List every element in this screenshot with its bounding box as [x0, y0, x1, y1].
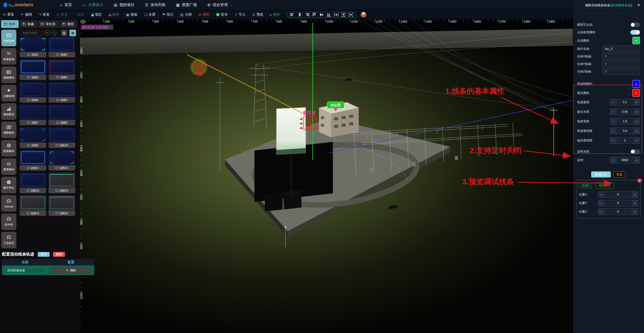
minus-button[interactable]: − [610, 137, 617, 143]
nav-item-my-projects[interactable]: ▤我的项目 [109, 0, 139, 10]
edit-button[interactable]: ✎编辑 [52, 267, 90, 274]
distribute-v-icon[interactable] [341, 13, 346, 17]
nav-item-admin[interactable]: ⚙综合管理⌄ [203, 0, 237, 10]
entity-z-input[interactable] [602, 68, 640, 75]
align-bottom-icon[interactable] [327, 13, 331, 17]
align-middle-icon[interactable] [319, 13, 324, 17]
search-button[interactable] [51, 30, 57, 36]
nav-item-home[interactable]: ⌂首页 [56, 0, 76, 10]
toolbar-split-button[interactable]: ◔拆分 [74, 12, 84, 17]
fit-icon[interactable] [349, 13, 353, 17]
minus-button[interactable]: − [598, 192, 605, 198]
tab-twin-library[interactable]: 孪生库 [38, 20, 59, 28]
align-right-icon[interactable] [305, 13, 309, 17]
category-ornament-deco[interactable]: 点缀装饰 [1, 85, 16, 101]
category-map-module[interactable]: 地图模块 [1, 122, 16, 138]
category-extension-module[interactable]: 拓展模块 [1, 140, 16, 157]
toolbar-lock-button[interactable]: 锁定 [91, 12, 102, 17]
category-component-lib[interactable]: 组件库 [1, 213, 16, 230]
category-canvas[interactable]: canvas [1, 195, 16, 212]
add-button[interactable]: 添加 [38, 252, 50, 257]
plus-button[interactable]: + [633, 157, 640, 163]
track-button[interactable]: 轨迹 [613, 171, 625, 177]
component-card[interactable]: 边框3 [20, 59, 46, 80]
user-avatar[interactable] [361, 12, 366, 17]
plus-button[interactable]: + [633, 99, 640, 105]
plus-button[interactable]: + [633, 109, 640, 115]
align-top-icon[interactable] [312, 13, 316, 17]
category-alarm-module[interactable]: 预警模块 [1, 158, 16, 175]
remove-point-icon[interactable]: ✕ [637, 178, 642, 183]
category-border-deco[interactable]: 边框装饰 [1, 30, 16, 46]
search-input[interactable] [20, 30, 43, 36]
component-card[interactable]: 边框2 [49, 37, 75, 57]
plus-button[interactable]: + [633, 137, 640, 143]
component-card[interactable]: 边框10 [49, 127, 75, 148]
component-card[interactable]: 边框16 [49, 195, 75, 216]
minus-button[interactable]: − [610, 157, 617, 163]
track-name-input[interactable] [5, 267, 46, 273]
category-digital-twin[interactable]: 数字孪生 [1, 177, 16, 193]
eye-icon[interactable] [81, 20, 86, 23]
arrow-color-swatch[interactable]: ∨ [632, 89, 640, 97]
toolbar-import-button[interactable]: ⇧导入 [234, 12, 246, 17]
distribute-h-icon[interactable] [334, 13, 338, 17]
toolbar-doc-button[interactable]: ▤文档 [180, 12, 191, 17]
use-point-button[interactable]: 使用点位 [596, 182, 614, 189]
toolbar-fullscreen-button[interactable]: ❏全屏 [144, 12, 155, 17]
toolbar-template-button[interactable]: ▣模板 [126, 12, 137, 17]
toolbar-guide-button[interactable]: ⚑指引 [162, 12, 174, 17]
plus-button[interactable]: + [633, 118, 640, 124]
viewport-canvas[interactable]: 变压器 办公室 (X:0.00 Y:0.00) 1002003004005006… [80, 19, 573, 333]
minus-button[interactable]: − [610, 99, 617, 105]
component-card[interactable]: 边框7 [20, 105, 46, 125]
component-card[interactable]: 边框5 [20, 82, 46, 103]
close-icon[interactable]: ✕ [637, 3, 640, 7]
plus-button[interactable]: + [633, 128, 640, 134]
model-clickable-toggle[interactable] [630, 22, 640, 27]
plus-button[interactable]: + [631, 192, 638, 198]
toolbar-clear-button[interactable]: ⊘清空 [198, 12, 209, 17]
align-left-icon[interactable] [290, 13, 295, 17]
toolbar-redo-button[interactable]: ↷恢复 [38, 12, 50, 17]
nav-item-screen-design[interactable]: ▭大屏设计 [78, 0, 107, 10]
refresh-button[interactable]: ↻ [45, 30, 50, 36]
click-change-color-toggle[interactable] [630, 30, 640, 35]
nav-item-resource-market[interactable]: ▦资源广场 [172, 0, 201, 10]
toolbar-reset-button[interactable]: ↻重置 [3, 12, 14, 17]
component-card[interactable]: 边框11 [20, 150, 46, 171]
grid-view-button[interactable]: ▦ [69, 30, 76, 36]
toolbar-group-button[interactable]: ◎组合 [56, 12, 67, 17]
minus-button[interactable]: − [598, 200, 605, 206]
minus-button[interactable]: − [610, 128, 617, 134]
component-card[interactable]: 边框15 [20, 195, 46, 216]
toolbar-unlock-button[interactable]: 解锁 [109, 12, 119, 17]
component-card[interactable]: 边框6 [49, 82, 75, 103]
tab-components[interactable]: 组件 [1, 20, 19, 28]
selected-entity-input[interactable] [602, 46, 640, 52]
plus-button[interactable]: + [631, 200, 638, 206]
category-basic-chart[interactable]: 基础图表 [1, 103, 16, 120]
category-title-deco[interactable]: TITLE标题装饰 [1, 48, 16, 65]
category-basic-module[interactable]: 基础模块 [1, 66, 16, 83]
toolbar-undo-button[interactable]: ↶撤销 [21, 12, 32, 17]
collapse-chevron-icon[interactable]: ⌄ [573, 13, 644, 19]
base-line-color-swatch[interactable]: ∨ [632, 80, 640, 88]
entity-y-input[interactable] [602, 61, 640, 67]
component-card[interactable]: 边框8 [49, 105, 75, 125]
toolbar-preview-button[interactable]: ⊡预览 [252, 12, 263, 17]
category-industrial-scada[interactable]: 工业组态 [1, 232, 16, 248]
minus-button[interactable]: − [598, 209, 605, 215]
tab-layers[interactable]: 图层 [59, 20, 77, 28]
logo[interactable]: ∿ onetwin [4, 2, 51, 8]
tab-favorites[interactable]: 收藏 [19, 20, 37, 28]
entity-x-input[interactable] [602, 53, 640, 60]
click-color-swatch[interactable]: ∨ [632, 37, 640, 44]
align-center-h-icon[interactable] [298, 13, 302, 17]
component-card[interactable]: 边框14 [49, 173, 75, 193]
component-card[interactable]: 边框1 [20, 37, 46, 57]
plus-button[interactable]: + [631, 209, 638, 215]
component-card[interactable]: 边框13 [20, 173, 46, 193]
toolbar-publish-button[interactable]: ▸发布 [270, 12, 280, 17]
component-card[interactable]: 边框9 [20, 127, 46, 148]
